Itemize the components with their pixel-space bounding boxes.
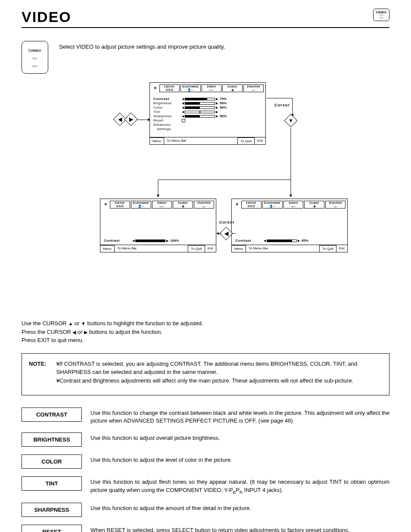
intro-text: Select VIDEO to adjust picture settings … <box>59 44 225 50</box>
function-label: SHARPNESS <box>22 503 82 517</box>
osd-row-label: Settings <box>153 127 180 131</box>
slider <box>185 98 215 100</box>
osd-row: Advanced <box>153 123 262 127</box>
osd-row: Contrast◀▶75% <box>153 97 262 101</box>
left-triangle-icon: ◀ <box>182 110 184 114</box>
osd-row: Settings <box>153 127 262 131</box>
function-row: SHARPNESSUse this function to adjust the… <box>22 503 389 517</box>
left-triangle-icon: ◀ <box>182 102 184 105</box>
function-text: Use this function to change the contrast… <box>90 408 389 425</box>
crosshair-icon: ✥ <box>234 201 240 208</box>
svg-marker-10 <box>290 195 292 197</box>
osd-row-label: Contrast <box>153 97 180 101</box>
intro-video-icon: VIDEO ▫▭▫ ▫▭▫ <box>22 41 48 74</box>
intro-icon-label: VIDEO <box>29 49 41 53</box>
right-triangle-icon: ▶ <box>216 97 218 101</box>
checkbox-icon <box>182 119 185 122</box>
osd-row: Reset <box>153 118 262 122</box>
quit-text: To Quit <box>237 137 254 144</box>
function-row: BRIGHTNESSUse this function to adjust ov… <box>22 432 389 447</box>
cursor-label-1: Cursor <box>274 103 290 107</box>
osd-main: ✥ SETUP⚙⚙⚙ CUSTOMIZE👤▫▫ VIDEO▫▭▫ AUDIO◉ … <box>149 82 266 145</box>
osd-right: ✥ SETUP⚙⚙⚙ CUSTOMIZE👤▫▫ VIDEO▫▭▫ AUDIO◉ … <box>231 199 348 252</box>
slider-value: 75% <box>220 97 227 101</box>
slider-value: 50% <box>220 114 227 118</box>
slider-value: 50% <box>220 106 227 109</box>
page-title: VIDEO <box>22 9 72 25</box>
tab-audio: AUDIO◉ <box>222 84 243 92</box>
osd-row-label: Advanced <box>153 123 180 127</box>
osd-tabs: ✥ SETUP⚙⚙⚙ CUSTOMIZE👤▫▫ VIDEO▫▭▫ AUDIO◉ … <box>150 83 265 94</box>
contrast-label-right: Contrast <box>235 239 262 243</box>
osd-footer: Menu To Menu Bar To Quit Exit <box>150 137 265 144</box>
note-box: NOTE: ¥If CONTRAST is selected, you are … <box>22 353 389 396</box>
tab-setup: SETUP⚙⚙⚙ <box>159 84 180 92</box>
osd-row: Tint◀▶ <box>153 110 262 114</box>
instructions: Use the CURSOR ▲ or ▼ buttons to highlig… <box>22 319 389 345</box>
cursor-right-icon: ▶ <box>124 112 137 126</box>
page-header: VIDEO VIDEO ▫▭▫ ▫▭▫ <box>22 9 389 28</box>
right-triangle-icon: ▶ <box>216 102 218 105</box>
note-body: ¥If CONTRAST is selected, you are adjust… <box>56 360 380 385</box>
contrast-val-left: 100% <box>170 239 179 243</box>
tab-video: VIDEO▫▭▫ <box>202 84 222 92</box>
osd-row-label: Sharpness <box>153 114 180 118</box>
contrast-val-right: 85% <box>302 239 308 243</box>
function-row: COLORUse this function to adjust the lev… <box>22 454 389 469</box>
osd-row: Brightness◀▶50% <box>153 101 262 105</box>
function-label: TINT <box>22 476 82 491</box>
function-text: Use this function to adjust the level of… <box>90 454 389 464</box>
function-row: RESETWhen RESET is selected, press SELEC… <box>22 525 389 532</box>
right-triangle-icon: ▶ <box>216 106 218 109</box>
osd-row: Color◀▶50% <box>153 106 262 109</box>
left-triangle-icon: ◀ <box>182 106 184 109</box>
up-triangle-icon: ▲ <box>68 321 73 326</box>
note-label: NOTE: <box>29 360 55 368</box>
cursor-down-button: ▼ <box>286 116 296 125</box>
function-text: Use this function to adjust the amount o… <box>90 503 389 512</box>
right-triangle-icon: ▶ <box>216 115 218 118</box>
cursor-left-button: ◀ <box>221 229 231 238</box>
menu-text: To Menu Bar <box>164 137 189 144</box>
slider <box>185 115 215 118</box>
video-icon-label: VIDEO <box>376 11 386 14</box>
svg-marker-11 <box>216 232 219 235</box>
slider <box>185 106 215 109</box>
function-text: When RESET is selected, press SELECT but… <box>90 525 389 532</box>
exit-text: Exit <box>255 137 265 144</box>
cursor-left-icon: ◀ <box>219 227 233 240</box>
osd-row-label: Color <box>153 106 180 109</box>
function-row: TINTUse this function to adjust flesh to… <box>22 476 389 495</box>
function-label: RESET <box>22 525 82 532</box>
function-label: COLOR <box>22 454 82 469</box>
osd-row-label: Tint <box>153 110 180 114</box>
intro-row: VIDEO ▫▭▫ ▫▭▫ Select VIDEO to adjust pic… <box>22 41 389 74</box>
cursor-label-2: Cursor <box>219 220 235 224</box>
cursor-left-right-buttons: ◀ ▶ <box>115 115 136 124</box>
function-text: Use this function to adjust flesh tones … <box>90 476 389 495</box>
right-triangle-icon: ▶ <box>216 110 218 114</box>
video-icon: VIDEO ▫▭▫ ▫▭▫ <box>373 9 389 21</box>
osd-row-label: Reset <box>153 118 180 122</box>
slider <box>185 111 215 113</box>
svg-marker-8 <box>157 195 159 197</box>
osd-diagram: ✥ SETUP⚙⚙⚙ CUSTOMIZE👤▫▫ VIDEO▫▭▫ AUDIO◉ … <box>59 82 352 306</box>
cursor-down-icon: ▼ <box>284 114 297 127</box>
crosshair-icon: ✥ <box>152 84 159 91</box>
osd-row-label: Brightness <box>153 101 180 105</box>
function-label: CONTRAST <box>22 408 82 422</box>
left-triangle-icon: ◀ <box>182 97 184 101</box>
tab-customize: CUSTOMIZE👤▫▫ <box>181 84 201 92</box>
function-row: CONTRASTUse this function to change the … <box>22 408 389 425</box>
left-triangle-icon: ◀ <box>182 115 184 118</box>
function-label: BRIGHTNESS <box>22 432 82 447</box>
down-triangle-icon: ▼ <box>81 321 86 326</box>
crosshair-icon: ✥ <box>102 201 109 208</box>
slider-value: 50% <box>220 101 227 105</box>
function-text: Use this function to adjust overall pict… <box>90 432 389 442</box>
tab-theater: THEATER▭ <box>243 84 264 92</box>
contrast-label-left: Contrast <box>104 239 131 243</box>
menu-button: Menu <box>150 137 164 144</box>
slider <box>185 102 215 105</box>
osd-row: Sharpness◀▶50% <box>153 114 262 118</box>
